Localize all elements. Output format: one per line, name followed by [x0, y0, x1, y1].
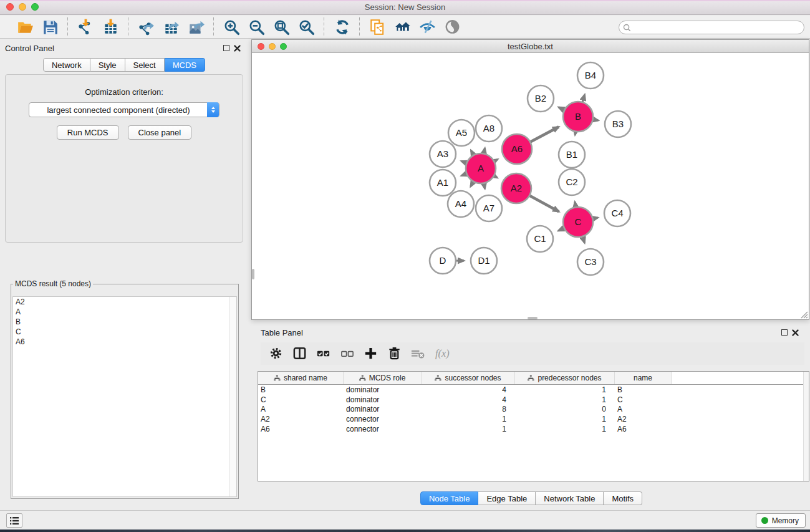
new-network-from-selection-button[interactable]	[365, 17, 390, 36]
result-item[interactable]: A2	[13, 297, 236, 307]
close-panel-button[interactable]: Close panel	[128, 125, 192, 140]
node-C1[interactable]: C1	[527, 226, 553, 252]
node-B2[interactable]: B2	[528, 85, 554, 112]
export-network-button[interactable]	[133, 17, 158, 36]
tab-network[interactable]: Network	[43, 58, 90, 72]
node-A7[interactable]: A7	[476, 195, 502, 221]
function-builder-button[interactable]: f(x)	[432, 344, 453, 363]
tab-mcds[interactable]: MCDS	[165, 58, 205, 72]
column-header-shared-name[interactable]: shared name	[258, 372, 344, 384]
desktop-edge	[0, 530, 810, 532]
table-row[interactable]: A2connector11A2	[258, 414, 809, 424]
node-A1[interactable]: A1	[430, 170, 456, 196]
column-header-predecessor-nodes[interactable]: predecessor nodes	[515, 372, 615, 384]
tab-select[interactable]: Select	[125, 58, 165, 72]
table-toolbar: f(x)	[261, 342, 804, 365]
table-row[interactable]: A6connector11A6	[258, 424, 809, 434]
import-network-button[interactable]	[73, 17, 98, 36]
node-B4[interactable]: B4	[577, 62, 604, 89]
resize-grip-icon[interactable]	[799, 310, 808, 319]
node-C4[interactable]: C4	[604, 200, 630, 226]
float-table-panel-icon[interactable]	[781, 329, 788, 336]
export-table-button[interactable]	[158, 17, 183, 36]
svg-text:C4: C4	[611, 208, 623, 218]
zoom-fit-button[interactable]	[269, 17, 294, 36]
close-table-panel-icon[interactable]	[792, 329, 799, 336]
tab-network-table[interactable]: Network Table	[536, 491, 604, 505]
svg-text:C: C	[575, 216, 582, 227]
save-session-button[interactable]	[37, 17, 62, 36]
table-row[interactable]: Bdominator41B	[258, 385, 809, 395]
zoom-out-button[interactable]	[244, 17, 269, 36]
zoom-out-icon	[248, 19, 265, 36]
delete-table-button[interactable]	[408, 344, 429, 363]
task-history-button[interactable]	[6, 513, 22, 528]
node-A2[interactable]: A2	[501, 173, 531, 203]
zoom-in-button[interactable]	[219, 17, 244, 36]
deselect-all-button[interactable]	[337, 344, 358, 363]
node-B[interactable]: B	[563, 102, 593, 132]
column-header-name[interactable]: name	[615, 372, 672, 384]
tab-style[interactable]: Style	[90, 58, 125, 72]
result-item[interactable]: A	[13, 307, 236, 317]
svg-text:D: D	[440, 255, 446, 266]
network-window-titlebar: testGlobe.txt	[252, 40, 809, 53]
table-scrollbar[interactable]	[803, 372, 809, 481]
refresh-button[interactable]	[329, 17, 354, 36]
zoom-selected-button[interactable]	[294, 17, 319, 36]
show-all-button[interactable]	[440, 17, 465, 36]
edge-B-B3	[593, 119, 599, 120]
criterion-select[interactable]: largest connected component (directed)	[29, 102, 219, 117]
node-A[interactable]: A	[466, 153, 496, 183]
node-A8[interactable]: A8	[476, 115, 502, 142]
import-table-button[interactable]	[98, 17, 123, 36]
network-canvas[interactable]: B4B2BB3A5A8A6A3B1AA1C2A2A4A7CC4C1C3DD1	[252, 53, 809, 319]
vertical-scroll-thumb[interactable]	[252, 269, 254, 279]
select-all-button[interactable]	[313, 344, 334, 363]
run-mcds-button[interactable]: Run MCDS	[57, 125, 119, 140]
column-header-MCDS-role[interactable]: MCDS role	[344, 372, 422, 384]
column-header-successor-nodes[interactable]: successor nodes	[422, 372, 515, 384]
node-A5[interactable]: A5	[448, 120, 475, 146]
memory-button[interactable]: Memory	[756, 513, 806, 528]
node-B1[interactable]: B1	[559, 142, 585, 168]
gear-button[interactable]	[266, 344, 287, 363]
node-B3[interactable]: B3	[605, 111, 631, 137]
search-input[interactable]	[631, 22, 804, 33]
cell-name: A	[615, 405, 672, 414]
node-C2[interactable]: C2	[559, 169, 585, 195]
cell-successor-nodes: 1	[422, 425, 515, 433]
table-row[interactable]: Cdominator41C	[258, 395, 809, 405]
result-item[interactable]: A6	[13, 337, 236, 347]
node-A3[interactable]: A3	[430, 141, 456, 167]
hide-selected-button[interactable]	[415, 17, 440, 36]
node-A6[interactable]: A6	[502, 134, 532, 164]
tab-node-table[interactable]: Node Table	[420, 491, 479, 505]
node-D[interactable]: D	[430, 248, 456, 274]
tab-edge-table[interactable]: Edge Table	[478, 491, 536, 505]
node-C[interactable]: C	[563, 207, 593, 237]
table-panel-tabs: Node TableEdge TableNetwork TableMotifs	[253, 491, 810, 505]
float-panel-icon[interactable]	[223, 45, 229, 51]
result-list-scrollbar[interactable]	[229, 297, 236, 496]
node-D1[interactable]: D1	[471, 248, 497, 274]
add-column-button[interactable]	[360, 344, 382, 363]
node-C3[interactable]: C3	[577, 249, 604, 275]
first-neighbors-button[interactable]	[390, 17, 415, 36]
tab-motifs[interactable]: Motifs	[604, 491, 642, 505]
table-row[interactable]: Adominator80A	[258, 405, 809, 415]
split-columns-button[interactable]	[289, 344, 311, 363]
export-image-button[interactable]	[183, 17, 208, 36]
mcds-result-list: A2ABCA6	[12, 296, 237, 497]
open-file-button[interactable]	[12, 17, 37, 36]
delete-row-button[interactable]	[384, 344, 405, 363]
horizontal-scroll-thumb[interactable]	[528, 317, 538, 319]
main-toolbar	[0, 16, 810, 39]
search-field[interactable]	[619, 21, 804, 34]
result-item[interactable]: B	[13, 317, 236, 327]
export-image-icon	[188, 19, 205, 36]
node-A4[interactable]: A4	[448, 191, 474, 217]
result-item[interactable]: C	[13, 327, 236, 337]
close-panel-icon[interactable]	[234, 45, 241, 52]
svg-text:D1: D1	[478, 255, 489, 266]
